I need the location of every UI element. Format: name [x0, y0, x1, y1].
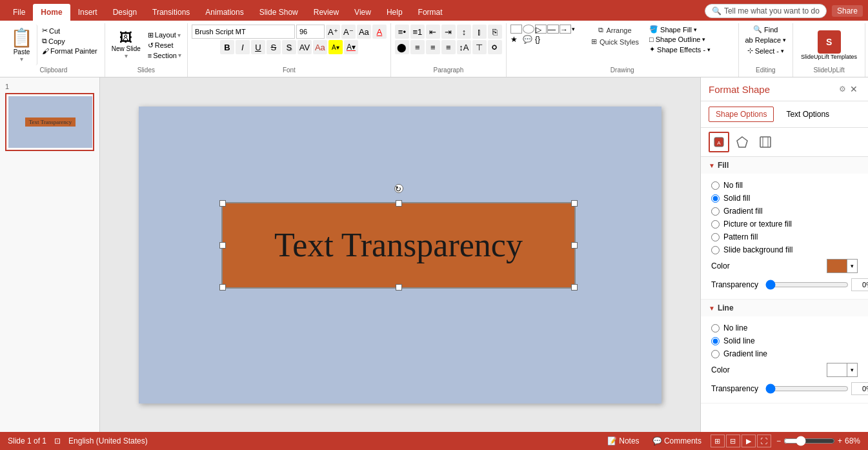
fill-transparency-slider[interactable]	[765, 280, 849, 290]
smart-art-button[interactable]: ⎘	[488, 25, 502, 39]
picture-fill-label[interactable]: Picture or texture fill	[723, 220, 792, 229]
panel-settings-icon[interactable]: ⚙	[839, 85, 846, 94]
tell-me-input[interactable]: 🔍 Tell me what you want to do	[705, 4, 827, 18]
comments-button[interactable]: 💬 Comments	[649, 435, 705, 447]
size-properties-icon-btn[interactable]	[755, 132, 776, 152]
solid-line-radio[interactable]	[711, 337, 720, 345]
columns-button[interactable]: ⫿	[472, 25, 487, 39]
tab-text-options[interactable]: Text Options	[779, 107, 836, 122]
shape-equation[interactable]: {}	[535, 35, 547, 44]
gradient-line-label[interactable]: Gradient line	[723, 349, 767, 358]
arrange-button[interactable]: ⧉ Arrange	[589, 25, 641, 36]
clear-formatting-button[interactable]: A	[372, 25, 387, 39]
font-name-input[interactable]	[192, 25, 295, 39]
bold-button[interactable]: B	[220, 40, 234, 54]
underline-button[interactable]: U	[251, 40, 265, 54]
panel-close-button[interactable]: ✕	[847, 83, 860, 96]
tab-design[interactable]: Design	[105, 4, 145, 21]
share-button[interactable]: Share	[832, 5, 863, 17]
paste-button[interactable]: 📋 Paste ▾	[6, 25, 37, 65]
zoom-slider[interactable]	[783, 436, 835, 446]
bullets-button[interactable]: ≡•	[395, 25, 409, 39]
align-right-button[interactable]: ≡	[426, 40, 440, 54]
shape-fill-button[interactable]: 🪣 Shape Fill ▾	[647, 25, 713, 34]
align-center-button[interactable]: ≡	[410, 40, 425, 54]
replace-button[interactable]: ab Replace ▾	[743, 36, 789, 45]
slide-bg-fill-radio[interactable]	[711, 246, 720, 254]
solid-fill-radio[interactable]	[711, 194, 720, 203]
line-transparency-value[interactable]	[851, 382, 868, 395]
font-color-button[interactable]: A▾	[344, 40, 358, 54]
slide-bg-fill-label[interactable]: Slide background fill	[723, 245, 792, 254]
decrease-indent-button[interactable]: ⇤	[426, 25, 440, 39]
layout-arrow[interactable]: ▾	[177, 32, 181, 39]
tab-transitions[interactable]: Transitions	[145, 4, 197, 21]
shape-outline-arrow[interactable]: ▾	[702, 36, 705, 43]
paste-dropdown-arrow[interactable]: ▾	[20, 56, 23, 63]
handle-top-left[interactable]	[219, 200, 226, 207]
tab-view[interactable]: View	[347, 4, 379, 21]
tab-home[interactable]: Home	[33, 4, 70, 21]
line-color-dropdown[interactable]: ▾	[847, 363, 858, 377]
shape-oval[interactable]	[523, 25, 534, 34]
no-line-radio[interactable]	[711, 324, 720, 332]
select-button[interactable]: ⊹ Select - ▾	[745, 46, 787, 56]
justify-button[interactable]: ≡	[441, 40, 456, 54]
highlight-button[interactable]: A▾	[328, 40, 343, 54]
reset-button[interactable]: ↺ Reset	[146, 41, 183, 50]
slide-show-button[interactable]: ⛶	[757, 435, 771, 447]
fill-color-picker[interactable]: ▾	[827, 259, 858, 273]
line-color-button[interactable]	[827, 363, 847, 377]
decrease-font-size-button[interactable]: A⁻	[341, 25, 356, 39]
tab-shape-options[interactable]: Shape Options	[709, 107, 774, 122]
align-left-button[interactable]: ⬤	[395, 40, 409, 54]
italic-button[interactable]: I	[236, 40, 250, 54]
section-arrow[interactable]: ▾	[178, 52, 181, 59]
solid-line-label[interactable]: Solid line	[723, 336, 755, 345]
handle-middle-right[interactable]	[571, 242, 578, 249]
format-painter-button[interactable]: 🖌 Format Painter	[40, 46, 99, 56]
convert-smartart-button[interactable]: ⭘	[488, 40, 502, 54]
increase-font-size-button[interactable]: A⁺	[326, 25, 340, 39]
picture-fill-radio[interactable]	[711, 220, 720, 229]
new-slide-arrow[interactable]: ▾	[125, 52, 128, 59]
select-arrow[interactable]: ▾	[781, 48, 784, 54]
effects-icon-btn[interactable]	[732, 132, 752, 152]
fill-color-button[interactable]	[827, 259, 847, 273]
handle-bottom-middle[interactable]	[396, 284, 402, 291]
shape-star[interactable]: ★	[510, 35, 522, 44]
zoom-in-icon[interactable]: +	[838, 436, 842, 445]
gradient-fill-radio[interactable]	[711, 207, 720, 216]
fill-transparency-value[interactable]	[851, 278, 868, 291]
slide-sorter-button[interactable]: ⊟	[726, 435, 740, 447]
canvas-area[interactable]: ↻ Text Transparency	[100, 77, 700, 432]
font-size-input[interactable]	[296, 25, 325, 39]
shape-triangle[interactable]: ▷	[535, 25, 547, 34]
fill-line-icon-btn[interactable]: A	[709, 132, 729, 152]
tab-insert[interactable]: Insert	[70, 4, 105, 21]
quick-styles-button[interactable]: ⊞ Quick Styles	[589, 36, 641, 47]
shape-fill-arrow[interactable]: ▾	[694, 26, 697, 33]
shape-rect[interactable]	[510, 25, 522, 34]
tab-file[interactable]: File	[5, 4, 33, 21]
no-fill-radio[interactable]	[711, 181, 720, 190]
shapes-more[interactable]: ▾	[572, 25, 583, 34]
spacing-button[interactable]: AV	[298, 40, 312, 54]
text-box[interactable]: ↻ Text Transparency	[223, 203, 574, 287]
line-color-picker[interactable]: ▾	[827, 363, 858, 377]
section-button[interactable]: ≡ Section ▾	[146, 51, 183, 60]
tab-review[interactable]: Review	[306, 4, 347, 21]
handle-top-middle[interactable]	[396, 200, 402, 207]
handle-bottom-right[interactable]	[571, 284, 578, 291]
slide-thumbnail[interactable]: Text Transparency	[5, 93, 94, 151]
fill-section-header[interactable]: ▼ Fill	[701, 157, 868, 174]
tab-help[interactable]: Help	[379, 4, 410, 21]
vertical-align-button[interactable]: ⊤	[472, 40, 487, 54]
layout-button[interactable]: ⊞ Layout ▾	[146, 30, 183, 40]
solid-fill-label[interactable]: Solid fill	[723, 194, 750, 203]
line-spacing-button[interactable]: ↕	[457, 25, 471, 39]
shape-outline-button[interactable]: □ Shape Outline ▾	[647, 35, 713, 44]
gradient-fill-label[interactable]: Gradient fill	[723, 207, 763, 216]
handle-bottom-left[interactable]	[219, 284, 226, 291]
gradient-line-radio[interactable]	[711, 350, 720, 358]
